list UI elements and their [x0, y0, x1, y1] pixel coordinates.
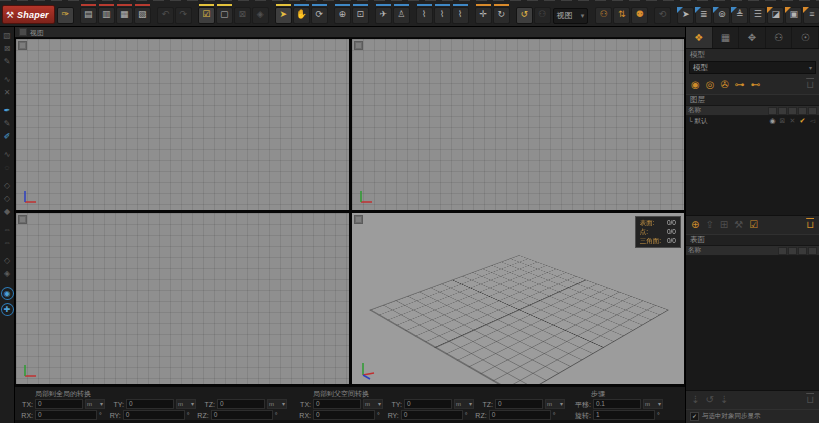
hierarchy-icon[interactable]: ⚇	[534, 7, 551, 24]
gizmo-box-icon[interactable]: ◈	[252, 7, 269, 24]
layer-list-empty-area[interactable]	[686, 126, 819, 216]
node-graph-icon[interactable]: ⚇	[595, 7, 612, 24]
camera-icon[interactable]: ▣	[785, 7, 802, 24]
viewport-perspective[interactable]: 表面:0/0点:0/0三角面:0/0	[352, 213, 685, 384]
view-mode-dropdown[interactable]: 视图▾	[553, 8, 589, 24]
cursor-tool-icon[interactable]: ➤	[275, 7, 292, 24]
orbit-view-icon[interactable]: ⟲	[654, 7, 671, 24]
unit-dropdown[interactable]: m▾	[85, 399, 105, 409]
rotate-tool-icon[interactable]: ↻	[493, 7, 510, 24]
new-file-icon[interactable]: ▤	[80, 7, 97, 24]
app-logo[interactable]: ⚒ Shaper	[2, 5, 55, 24]
eye-track-icon[interactable]: ⊚	[713, 7, 730, 24]
tab-model[interactable]: ❖	[686, 27, 713, 48]
select-marquee-icon[interactable]: ☑	[198, 7, 215, 24]
sync-apply-icon[interactable]: ⇣	[720, 394, 728, 406]
field-value-input[interactable]: 0	[35, 410, 97, 420]
tab-transform[interactable]: ✥	[739, 27, 766, 48]
field-value-input[interactable]: 0	[495, 399, 543, 409]
edit-box-icon[interactable]: ✎	[1, 56, 13, 68]
show-eye-icon[interactable]: ◉	[2, 288, 13, 299]
dashed-cross-icon[interactable]: ✕	[1, 87, 13, 99]
layer-raise-icon[interactable]: ⇪	[705, 219, 713, 231]
column-toggle-box[interactable]	[788, 247, 797, 255]
layer-add-icon[interactable]: ⊕	[691, 219, 699, 231]
bezier-handle-icon[interactable]: ∿	[1, 149, 13, 161]
field-value-input[interactable]: 1	[593, 410, 655, 420]
pick-point-icon[interactable]: ⌇	[416, 7, 433, 24]
delete-layer-icon[interactable]: ⊔	[806, 219, 814, 231]
create-box-icon[interactable]: ▧	[1, 30, 13, 42]
column-toggle-box[interactable]	[768, 107, 777, 115]
tab-material[interactable]: ▦	[713, 27, 740, 48]
focus-all-icon[interactable]: ◎	[706, 79, 715, 91]
layer-tools-icon[interactable]: ⚒	[734, 219, 743, 231]
sync-display-checkbox[interactable]: ✓	[690, 412, 699, 421]
add-plus-icon[interactable]: ✚	[2, 304, 13, 315]
list-icon[interactable]: ☰	[749, 7, 766, 24]
scan-model-icon[interactable]: ✇	[720, 79, 728, 91]
fly-tool-icon[interactable]: ✈	[375, 7, 392, 24]
layer-render-icon[interactable]: ◅	[808, 116, 817, 126]
sync-loop-icon[interactable]: ↺	[705, 394, 713, 406]
unit-dropdown[interactable]: m▾	[545, 399, 565, 409]
zoom-region-icon[interactable]: ⊡	[352, 7, 369, 24]
save-icon[interactable]: ▦	[116, 7, 133, 24]
field-value-input[interactable]: 0	[123, 410, 185, 420]
circle-sketch-icon[interactable]: ◌	[1, 162, 13, 174]
viewport-menu-icon[interactable]	[354, 215, 363, 224]
viewport-top-right[interactable]	[352, 39, 685, 210]
column-toggle-box[interactable]	[798, 247, 807, 255]
unit-dropdown[interactable]: m▾	[176, 399, 196, 409]
vertex-smooth-icon[interactable]: ◇	[1, 193, 13, 205]
export-model-icon[interactable]: ⊷	[751, 79, 761, 91]
diamond-points-icon[interactable]: ◈	[1, 268, 13, 280]
stretch-horizontal-icon[interactable]: ⇔	[1, 224, 13, 236]
import-model-icon[interactable]: ⊶	[735, 79, 745, 91]
vertex-delete-icon[interactable]: ◆	[1, 206, 13, 218]
hand-tool-icon[interactable]: ✋	[293, 7, 310, 24]
layer-row[interactable]: └ 默认◉⊠✕✔◅	[686, 116, 819, 126]
field-value-input[interactable]: 0	[126, 399, 174, 409]
curve-squiggle-icon[interactable]: ∿	[1, 74, 13, 86]
layer-active-check-icon[interactable]: ✔	[798, 116, 807, 126]
unit-dropdown[interactable]: m▾	[643, 399, 663, 409]
tag-icon[interactable]: ◪	[767, 7, 784, 24]
layer-insert-icon[interactable]: ⊞	[720, 219, 728, 231]
viewport-bottom-left[interactable]	[16, 213, 349, 384]
layers-pin-icon[interactable]: ≣	[695, 7, 712, 24]
focus-model-icon[interactable]: ◉	[691, 79, 700, 91]
stretch-vertical-icon[interactable]: ⇔	[1, 237, 13, 249]
field-value-input[interactable]: 0	[404, 399, 452, 409]
unit-dropdown[interactable]: m▾	[454, 399, 474, 409]
unit-dropdown[interactable]: m▾	[267, 399, 287, 409]
viewport-top-left[interactable]	[16, 39, 349, 210]
redo-icon[interactable]: ↷	[175, 7, 192, 24]
unit-dropdown[interactable]: m▾	[363, 399, 383, 409]
orbit-tool-icon[interactable]: ⟳	[311, 7, 328, 24]
field-value-input[interactable]: 0	[401, 410, 463, 420]
viewport-layout-icon[interactable]	[19, 28, 27, 36]
pick-cursor-icon[interactable]: ➤	[677, 7, 694, 24]
model-dropdown[interactable]: 模型 ▾	[689, 61, 816, 74]
field-value-input[interactable]: 0	[489, 410, 551, 420]
layer-check-icon[interactable]: ☑	[749, 219, 758, 231]
viewport-menu-icon[interactable]	[18, 215, 27, 224]
node-tree-icon[interactable]: ⚉	[631, 7, 648, 24]
walk-tool-icon[interactable]: ♙	[393, 7, 410, 24]
snap-rotate-icon[interactable]: ↺	[516, 7, 533, 24]
pen-line-icon[interactable]: ✎	[1, 118, 13, 130]
zoom-tool-icon[interactable]: ⊕	[334, 7, 351, 24]
viewport-menu-icon[interactable]	[354, 41, 363, 50]
surface-list-empty-area[interactable]	[686, 256, 819, 391]
column-toggle-box[interactable]	[798, 107, 807, 115]
column-toggle-box[interactable]	[778, 107, 787, 115]
tab-hierarchy[interactable]: ⚇	[766, 27, 793, 48]
sync-down-icon[interactable]: ⇣	[691, 394, 699, 406]
vertex-add-icon[interactable]: ◇	[1, 180, 13, 192]
delete-surface-icon[interactable]: ⊔	[806, 394, 814, 406]
viewport-menu-icon[interactable]	[18, 41, 27, 50]
column-toggle-box[interactable]	[808, 107, 817, 115]
field-value-input[interactable]: 0	[217, 399, 265, 409]
move-tool-icon[interactable]: ✛	[475, 7, 492, 24]
